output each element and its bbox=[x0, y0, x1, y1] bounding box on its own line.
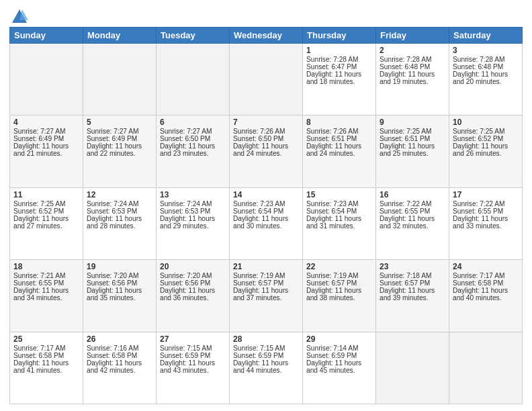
col-header-thursday: Thursday bbox=[303, 28, 376, 44]
calendar-week-row: 18Sunrise: 7:21 AMSunset: 6:55 PMDayligh… bbox=[10, 260, 523, 332]
day-info: Sunrise: 7:19 AM bbox=[233, 272, 299, 279]
day-info: Sunset: 6:53 PM bbox=[87, 208, 152, 215]
calendar-week-row: 1Sunrise: 7:28 AMSunset: 6:47 PMDaylight… bbox=[10, 44, 523, 116]
calendar-cell: 21Sunrise: 7:19 AMSunset: 6:57 PMDayligh… bbox=[230, 260, 303, 332]
day-info: Daylight: 11 hours and 39 minutes. bbox=[380, 287, 445, 302]
day-info: Sunrise: 7:26 AM bbox=[233, 128, 299, 135]
col-header-saturday: Saturday bbox=[449, 28, 523, 44]
col-header-tuesday: Tuesday bbox=[157, 28, 230, 44]
day-info: Sunrise: 7:20 AM bbox=[160, 272, 226, 279]
calendar-cell: 22Sunrise: 7:19 AMSunset: 6:57 PMDayligh… bbox=[303, 260, 376, 332]
day-info: Daylight: 11 hours and 24 minutes. bbox=[306, 142, 372, 157]
day-number: 25 bbox=[13, 334, 79, 344]
calendar-cell: 11Sunrise: 7:25 AMSunset: 6:52 PMDayligh… bbox=[10, 187, 83, 259]
calendar-cell: 9Sunrise: 7:25 AMSunset: 6:51 PMDaylight… bbox=[376, 116, 449, 187]
day-number: 1 bbox=[306, 46, 372, 55]
day-info: Daylight: 11 hours and 41 minutes. bbox=[13, 359, 79, 374]
calendar-cell: 28Sunrise: 7:15 AMSunset: 6:59 PMDayligh… bbox=[230, 332, 303, 404]
logo-icon bbox=[11, 8, 28, 26]
day-info: Sunset: 6:56 PM bbox=[87, 279, 152, 287]
day-number: 13 bbox=[160, 190, 226, 199]
day-number: 4 bbox=[13, 118, 79, 127]
day-number: 15 bbox=[306, 190, 372, 199]
day-info: Sunset: 6:58 PM bbox=[13, 352, 79, 359]
day-info: Daylight: 11 hours and 18 minutes. bbox=[306, 71, 372, 85]
day-info: Sunset: 6:57 PM bbox=[233, 279, 299, 287]
calendar-cell: 23Sunrise: 7:18 AMSunset: 6:57 PMDayligh… bbox=[376, 260, 449, 332]
calendar-cell: 27Sunrise: 7:15 AMSunset: 6:59 PMDayligh… bbox=[157, 332, 230, 404]
calendar-cell: 16Sunrise: 7:22 AMSunset: 6:55 PMDayligh… bbox=[376, 187, 449, 259]
day-number: 20 bbox=[160, 262, 226, 271]
day-info: Sunrise: 7:17 AM bbox=[13, 345, 79, 352]
day-info: Sunset: 6:58 PM bbox=[87, 352, 152, 359]
day-info: Sunrise: 7:22 AM bbox=[453, 200, 519, 208]
calendar-cell: 4Sunrise: 7:27 AMSunset: 6:49 PMDaylight… bbox=[10, 116, 83, 187]
calendar-cell: 10Sunrise: 7:25 AMSunset: 6:52 PMDayligh… bbox=[449, 116, 523, 187]
day-info: Daylight: 11 hours and 44 minutes. bbox=[233, 359, 299, 374]
day-info: Daylight: 11 hours and 21 minutes. bbox=[13, 142, 79, 157]
day-info: Daylight: 11 hours and 38 minutes. bbox=[306, 287, 372, 302]
day-number: 18 bbox=[13, 262, 79, 271]
day-info: Sunset: 6:50 PM bbox=[160, 135, 226, 142]
day-info: Sunrise: 7:25 AM bbox=[453, 128, 519, 135]
day-info: Daylight: 11 hours and 42 minutes. bbox=[87, 359, 152, 374]
calendar-cell: 17Sunrise: 7:22 AMSunset: 6:55 PMDayligh… bbox=[449, 187, 523, 259]
calendar-cell: 6Sunrise: 7:27 AMSunset: 6:50 PMDaylight… bbox=[157, 116, 230, 187]
day-info: Sunset: 6:57 PM bbox=[380, 279, 445, 287]
day-info: Sunrise: 7:28 AM bbox=[380, 56, 445, 63]
day-info: Daylight: 11 hours and 30 minutes. bbox=[233, 215, 299, 230]
calendar-cell: 13Sunrise: 7:24 AMSunset: 6:53 PMDayligh… bbox=[157, 187, 230, 259]
day-info: Daylight: 11 hours and 24 minutes. bbox=[233, 142, 299, 157]
calendar-cell: 14Sunrise: 7:23 AMSunset: 6:54 PMDayligh… bbox=[230, 187, 303, 259]
day-number: 2 bbox=[380, 46, 445, 55]
day-info: Sunrise: 7:24 AM bbox=[160, 200, 226, 208]
calendar-cell bbox=[10, 44, 83, 116]
calendar-cell: 5Sunrise: 7:27 AMSunset: 6:49 PMDaylight… bbox=[83, 116, 157, 187]
day-info: Sunrise: 7:15 AM bbox=[233, 345, 299, 352]
day-number: 21 bbox=[233, 262, 299, 271]
day-info: Sunrise: 7:27 AM bbox=[13, 128, 79, 135]
day-number: 16 bbox=[380, 190, 445, 199]
day-number: 8 bbox=[306, 118, 372, 127]
day-number: 5 bbox=[87, 118, 152, 127]
day-info: Daylight: 11 hours and 23 minutes. bbox=[160, 142, 226, 157]
calendar-cell: 25Sunrise: 7:17 AMSunset: 6:58 PMDayligh… bbox=[10, 332, 83, 404]
day-number: 12 bbox=[87, 190, 152, 199]
day-info: Daylight: 11 hours and 19 minutes. bbox=[380, 71, 445, 85]
day-info: Sunrise: 7:23 AM bbox=[306, 200, 372, 208]
day-info: Sunrise: 7:25 AM bbox=[380, 128, 445, 135]
day-info: Sunrise: 7:28 AM bbox=[453, 56, 519, 63]
day-number: 22 bbox=[306, 262, 372, 271]
day-info: Sunset: 6:51 PM bbox=[306, 135, 372, 142]
day-info: Sunrise: 7:14 AM bbox=[306, 345, 372, 352]
day-info: Sunrise: 7:28 AM bbox=[306, 56, 372, 63]
day-info: Sunset: 6:57 PM bbox=[306, 279, 372, 287]
col-header-sunday: Sunday bbox=[10, 28, 83, 44]
calendar-week-row: 25Sunrise: 7:17 AMSunset: 6:58 PMDayligh… bbox=[10, 332, 523, 404]
day-info: Sunset: 6:55 PM bbox=[13, 279, 79, 287]
logo bbox=[9, 9, 28, 23]
calendar-cell: 19Sunrise: 7:20 AMSunset: 6:56 PMDayligh… bbox=[83, 260, 157, 332]
day-info: Daylight: 11 hours and 33 minutes. bbox=[453, 215, 519, 230]
day-number: 11 bbox=[13, 190, 79, 199]
calendar-cell: 7Sunrise: 7:26 AMSunset: 6:50 PMDaylight… bbox=[230, 116, 303, 187]
col-header-monday: Monday bbox=[83, 28, 157, 44]
day-info: Sunrise: 7:16 AM bbox=[87, 345, 152, 352]
day-info: Daylight: 11 hours and 29 minutes. bbox=[160, 215, 226, 230]
header bbox=[9, 7, 523, 23]
calendar-cell: 3Sunrise: 7:28 AMSunset: 6:48 PMDaylight… bbox=[449, 44, 523, 116]
col-header-wednesday: Wednesday bbox=[230, 28, 303, 44]
calendar-cell bbox=[230, 44, 303, 116]
calendar-week-row: 11Sunrise: 7:25 AMSunset: 6:52 PMDayligh… bbox=[10, 187, 523, 259]
day-number: 19 bbox=[87, 262, 152, 271]
day-info: Daylight: 11 hours and 32 minutes. bbox=[380, 215, 445, 230]
day-info: Sunrise: 7:27 AM bbox=[160, 128, 226, 135]
day-info: Sunrise: 7:20 AM bbox=[87, 272, 152, 279]
day-info: Daylight: 11 hours and 26 minutes. bbox=[453, 142, 519, 157]
day-info: Sunset: 6:48 PM bbox=[453, 63, 519, 71]
calendar-cell: 20Sunrise: 7:20 AMSunset: 6:56 PMDayligh… bbox=[157, 260, 230, 332]
day-number: 7 bbox=[233, 118, 299, 127]
day-info: Sunrise: 7:23 AM bbox=[233, 200, 299, 208]
day-number: 27 bbox=[160, 334, 226, 344]
day-number: 28 bbox=[233, 334, 299, 344]
